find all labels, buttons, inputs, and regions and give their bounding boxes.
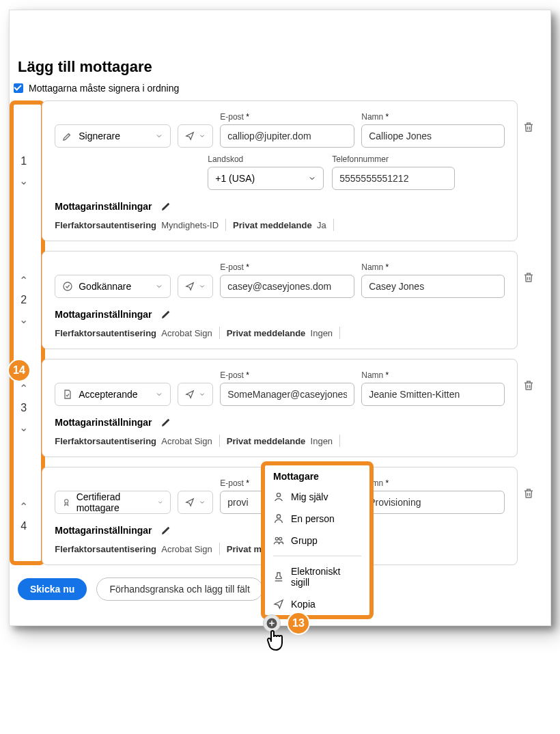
recipient-row: ⌃2⌄GodkännareE-post *Namn *Mottagarinstä… (10, 251, 537, 349)
delete-recipient[interactable] (520, 359, 537, 457)
trash-icon (522, 271, 535, 284)
country-code-select[interactable]: +1 (USA) (208, 167, 324, 190)
pen-nib-icon (62, 131, 73, 141)
document-check-icon (62, 389, 73, 400)
recipient-card: AccepterandeE-post *Namn *Mottagarinstäl… (42, 359, 518, 457)
move-up-icon[interactable]: ⌃ (19, 382, 28, 395)
name-label: Namn * (361, 112, 505, 122)
delete-recipient[interactable] (520, 251, 537, 349)
name-input[interactable] (361, 275, 505, 298)
paper-plane-icon (185, 390, 195, 399)
sign-in-order-row: Mottagarna måste signera i ordning (14, 83, 537, 94)
role-select[interactable]: Accepterande (55, 383, 171, 406)
svg-point-2 (277, 493, 280, 497)
chevron-down-icon (155, 390, 163, 398)
edit-pencil-icon[interactable] (160, 525, 171, 536)
order-handle[interactable]: ⌃4 (10, 467, 38, 565)
order-number: 2 (20, 294, 27, 306)
trash-icon (522, 487, 535, 500)
chevron-down-icon (199, 499, 206, 506)
popover-item-group[interactable]: Grupp (265, 530, 369, 552)
email-label: E-post * (220, 112, 354, 122)
trash-icon (522, 379, 535, 392)
popover-item-cc[interactable]: Kopia (265, 593, 369, 615)
role-select[interactable]: Godkännare (55, 275, 171, 298)
recipient-row: 1⌄SignerareE-post *Namn *Landskod+1 (USA… (10, 100, 537, 241)
order-number: 4 (20, 520, 27, 532)
paper-plane-icon (185, 498, 195, 507)
role-select[interactable]: Signerare (55, 124, 171, 148)
send-now-button[interactable]: Skicka nu (18, 578, 87, 600)
svg-point-4 (275, 537, 278, 540)
popover-item-myself[interactable]: Mig själv (265, 486, 369, 508)
paper-plane-icon (185, 282, 195, 291)
add-recipient-popover: Mottagare Mig själv En person Grupp Elek… (261, 461, 374, 619)
delivery-select[interactable] (178, 491, 213, 514)
order-handle[interactable]: 1⌄ (10, 100, 38, 241)
order-number: 3 (20, 402, 27, 414)
order-number: 1 (20, 155, 27, 167)
callout-13-badge: 13 (288, 613, 309, 634)
move-down-icon[interactable]: ⌄ (19, 421, 28, 434)
group-icon (273, 535, 284, 546)
stamp-icon (273, 571, 284, 582)
sign-in-order-checkbox[interactable] (14, 83, 23, 93)
recipient-row: ⌃3⌄AccepterandeE-post *Namn *Mottagarins… (10, 359, 537, 457)
move-up-icon[interactable]: ⌃ (19, 274, 28, 287)
chevron-down-icon (199, 133, 206, 139)
name-label: Namn * (361, 262, 505, 272)
popover-title: Mottagare (265, 465, 369, 486)
move-down-icon[interactable]: ⌄ (19, 313, 28, 326)
email-label: E-post * (220, 370, 354, 380)
recipient-inputs-row: SignerareE-post *Namn * (55, 112, 505, 148)
popover-item-eseal[interactable]: Elektroniskt sigill (265, 560, 369, 593)
svg-point-1 (65, 500, 68, 503)
popover-item-one-person[interactable]: En person (265, 508, 369, 530)
email-input[interactable] (220, 124, 354, 148)
recipient-meta: Flerfaktorsautentisering Myndighets-IDPr… (55, 219, 505, 231)
frame: Lägg till mottagare Mottagarna måste sig… (9, 10, 551, 626)
chevron-down-icon (199, 391, 206, 398)
email-input[interactable] (220, 275, 354, 298)
move-down-icon[interactable]: ⌄ (19, 174, 28, 187)
name-input[interactable] (361, 383, 505, 406)
delete-recipient[interactable] (520, 100, 537, 241)
svg-point-5 (279, 537, 282, 540)
name-label: Namn * (361, 370, 505, 380)
preview-add-fields-button[interactable]: Förhandsgranska och lägg till fält (96, 577, 262, 601)
order-handle[interactable]: ⌃2⌄ (10, 251, 38, 349)
edit-pencil-icon[interactable] (160, 201, 171, 212)
recipient-settings-row: Mottagarinställningar (55, 417, 505, 428)
email-input[interactable] (220, 383, 354, 406)
chevron-down-icon (157, 498, 163, 506)
recipient-meta: Flerfaktorsautentisering Acrobat SignPri… (55, 327, 505, 339)
recipient-inputs-row: GodkännareE-post *Namn * (55, 262, 505, 298)
name-input[interactable] (361, 491, 505, 514)
trash-icon (522, 121, 535, 133)
name-input[interactable] (361, 124, 505, 148)
delivery-select[interactable] (178, 275, 213, 298)
recipient-card: GodkännareE-post *Namn *Mottagarinställn… (42, 251, 518, 349)
edit-pencil-icon[interactable] (160, 417, 171, 428)
role-label: Godkännare (79, 281, 131, 292)
delete-recipient[interactable] (520, 467, 537, 565)
pointer-hand-cursor-icon (264, 627, 288, 653)
recipient-inputs-row: AccepterandeE-post *Namn * (55, 370, 505, 406)
sign-in-order-label: Mottagarna måste signera i ordning (29, 83, 179, 94)
edit-pencil-icon[interactable] (160, 309, 171, 320)
popover-divider (273, 556, 361, 556)
move-up-icon[interactable]: ⌃ (19, 500, 28, 513)
email-label: E-post * (220, 262, 354, 272)
page-title: Lägg till mottagare (18, 58, 537, 76)
user-circle-icon (273, 491, 284, 502)
recipient-meta: Flerfaktorsautentisering Acrobat SignPri… (55, 435, 505, 447)
send-copy-icon (273, 599, 284, 610)
recipient-card: SignerareE-post *Namn *Landskod+1 (USA)T… (42, 100, 518, 241)
delivery-select[interactable] (178, 383, 213, 406)
role-select[interactable]: Certifierad mottagare (55, 491, 171, 514)
chevron-down-icon (308, 174, 316, 182)
ribbon-icon (62, 497, 70, 508)
recipient-settings-row: Mottagarinställningar (55, 201, 505, 212)
delivery-select[interactable] (178, 124, 213, 148)
phone-input[interactable] (332, 167, 455, 190)
